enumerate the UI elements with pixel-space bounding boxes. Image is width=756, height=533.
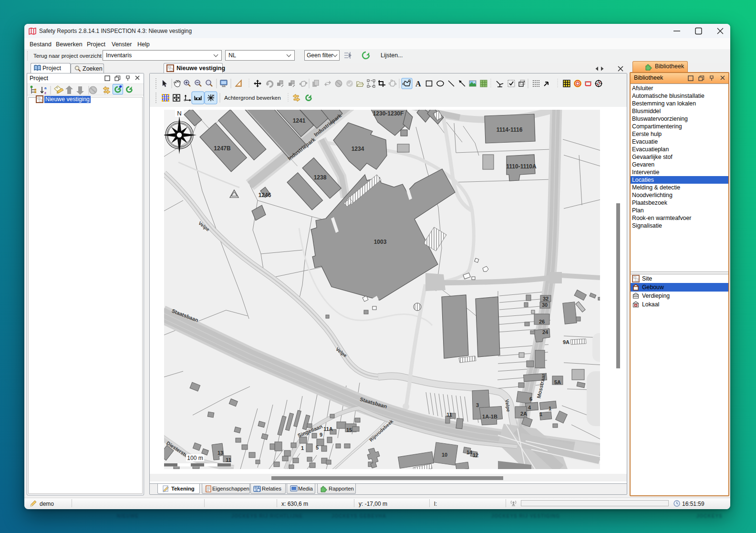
svg-text:1110-1110A: 1110-1110A [506, 163, 537, 170]
svg-text:6: 6 [529, 396, 532, 402]
svg-text:1: 1 [549, 406, 551, 411]
svg-text:5A: 5A [554, 379, 561, 385]
svg-text:30: 30 [542, 302, 548, 308]
svg-text:10: 10 [442, 452, 447, 458]
svg-text:1114-1116: 1114-1116 [497, 126, 523, 133]
svg-text:26: 26 [539, 319, 545, 324]
svg-text:11: 11 [226, 457, 231, 463]
svg-text:100 m: 100 m [187, 455, 203, 461]
svg-text:2A: 2A [520, 411, 527, 417]
svg-text:15: 15 [346, 427, 352, 433]
svg-text:9: 9 [320, 432, 322, 438]
svg-text:5: 5 [316, 445, 319, 450]
svg-text:1238: 1238 [314, 174, 327, 181]
svg-text:1: 1 [539, 411, 542, 417]
svg-text:14: 14 [466, 449, 473, 455]
svg-text:1A-1B: 1A-1B [482, 414, 497, 419]
svg-text:1: 1 [301, 445, 304, 451]
svg-text:11: 11 [446, 412, 452, 418]
svg-text:Rijnrodebeek: Rijnrodebeek [368, 418, 394, 443]
svg-text:1241: 1241 [293, 117, 306, 124]
svg-text:z: z [44, 91, 46, 95]
svg-text:1003: 1003 [374, 239, 387, 245]
svg-text:1230-1230F: 1230-1230F [373, 110, 404, 117]
svg-text:3: 3 [476, 402, 479, 408]
svg-text:A: A [415, 80, 421, 88]
svg-text:N: N [177, 110, 181, 117]
svg-text:Achtergrond bewerken: Achtergrond bewerken [224, 94, 281, 101]
svg-text:11A: 11A [323, 426, 333, 432]
svg-text:4: 4 [528, 405, 531, 410]
svg-text:1234: 1234 [352, 146, 364, 152]
svg-text:Velpe: Velpe [504, 399, 511, 412]
svg-text:9A: 9A [563, 339, 570, 345]
svg-text:a: a [44, 86, 47, 90]
svg-text:1246: 1246 [259, 192, 271, 199]
svg-text:32: 32 [543, 296, 549, 302]
svg-text:1247B: 1247B [214, 145, 231, 152]
svg-text:13: 13 [217, 450, 223, 456]
svg-text:N: N [212, 94, 214, 97]
svg-text:12: 12 [473, 452, 478, 458]
svg-text:24: 24 [542, 329, 549, 335]
